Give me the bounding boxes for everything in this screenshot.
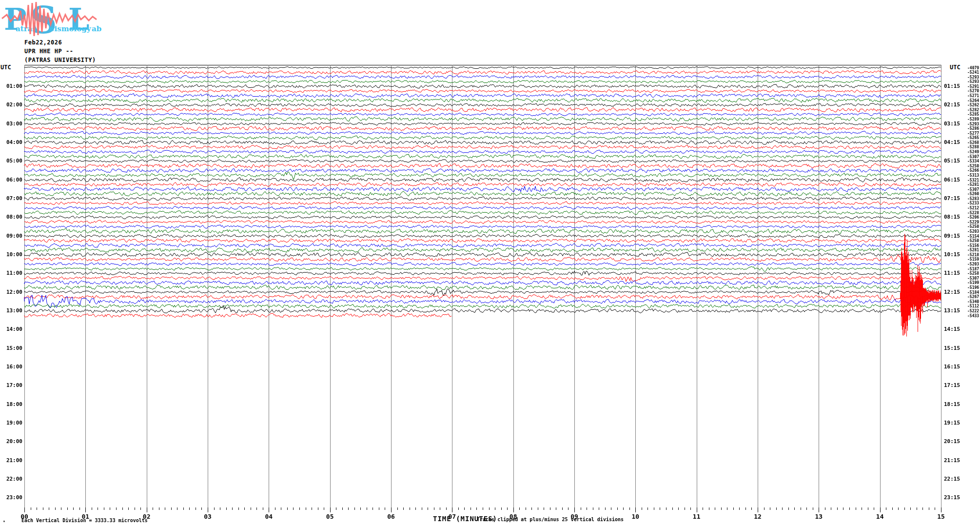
hour-label-right: 22:15 xyxy=(944,476,960,482)
x-minor-tick xyxy=(140,507,141,510)
x-minor-tick xyxy=(312,507,312,510)
trace-value: -5271 xyxy=(967,94,979,98)
x-minor-tick xyxy=(37,507,37,510)
hour-label-left: 03:00 xyxy=(0,121,22,127)
x-tick-label: 06 xyxy=(381,513,401,520)
x-minor-tick xyxy=(79,507,80,510)
x-major-tick xyxy=(391,507,392,512)
x-minor-tick xyxy=(128,507,129,510)
x-minor-tick xyxy=(165,507,165,510)
x-minor-tick xyxy=(782,507,783,510)
hour-label-left: 06:00 xyxy=(0,177,22,183)
x-major-tick xyxy=(452,507,452,512)
x-minor-tick xyxy=(831,507,831,510)
x-minor-tick xyxy=(538,507,538,510)
trace-value: -5250 xyxy=(967,224,979,229)
x-minor-tick xyxy=(104,507,104,510)
x-minor-tick xyxy=(422,507,422,510)
trace-value: -5307 xyxy=(967,155,979,159)
micro-mark: ₘ xyxy=(3,519,5,523)
x-minor-tick xyxy=(348,507,349,510)
trace-value: -5281 xyxy=(967,182,979,187)
x-minor-tick xyxy=(886,507,886,510)
trace-value: -5199 xyxy=(967,281,979,285)
hour-label-right: 08:15 xyxy=(944,214,960,220)
hour-label-right: 16:15 xyxy=(944,364,960,370)
hour-label-left: 05:00 xyxy=(0,158,22,164)
trace-value: -5277 xyxy=(967,131,979,136)
trace-value: -5218 xyxy=(967,253,979,257)
trace-value: -5250 xyxy=(967,164,979,168)
trace-value: -5313 xyxy=(967,173,979,178)
hour-label-left: 08:00 xyxy=(0,214,22,220)
x-minor-tick xyxy=(922,507,923,510)
x-minor-tick xyxy=(721,507,722,510)
x-minor-tick xyxy=(672,507,673,510)
trace-value: -5184 xyxy=(967,290,979,295)
hour-label-right: 09:15 xyxy=(944,233,960,239)
x-minor-tick xyxy=(281,507,281,510)
x-minor-tick xyxy=(446,507,447,510)
x-minor-tick xyxy=(67,507,68,510)
trace-value: -5260 xyxy=(967,192,979,196)
trace-value: -5159 xyxy=(967,257,979,262)
trace-canvas xyxy=(0,0,980,527)
x-minor-tick xyxy=(642,507,642,510)
x-minor-tick xyxy=(825,507,825,510)
x-minor-tick xyxy=(599,507,599,510)
trace-value: -5291 xyxy=(967,84,979,89)
x-minor-tick xyxy=(226,507,227,510)
x-minor-tick xyxy=(629,507,630,510)
hour-label-right: 10:15 xyxy=(944,251,960,258)
x-minor-tick xyxy=(727,507,727,510)
x-minor-tick xyxy=(910,507,911,510)
x-minor-tick xyxy=(159,507,159,510)
hour-label-right: 11:15 xyxy=(944,270,960,276)
trace-value: -5270 xyxy=(967,89,979,93)
x-minor-tick xyxy=(849,507,850,510)
trace-value: -5321 xyxy=(967,178,979,182)
trace-value: -5293 xyxy=(967,122,979,126)
hour-label-right: 19:15 xyxy=(944,420,960,426)
x-minor-tick xyxy=(92,507,92,510)
x-minor-tick xyxy=(238,507,239,510)
x-tick-label: 05 xyxy=(320,513,340,520)
scale-note: Each Vertical Division = 3333.33 microvo… xyxy=(21,518,148,523)
trace-value: -5228 xyxy=(967,211,979,215)
trace-value: -5187 xyxy=(967,267,979,271)
x-minor-tick xyxy=(299,507,300,510)
x-minor-tick xyxy=(483,507,483,510)
x-tick-label: 15 xyxy=(931,513,951,520)
trace-value: -5281 xyxy=(967,248,979,252)
trace-value: -5154 xyxy=(967,234,979,239)
hour-label-right: 04:15 xyxy=(944,139,960,145)
x-minor-tick xyxy=(715,507,715,510)
x-tick-label: 04 xyxy=(259,513,278,520)
x-minor-tick xyxy=(360,507,361,510)
x-minor-tick xyxy=(904,507,905,510)
x-minor-tick xyxy=(837,507,838,510)
x-major-tick xyxy=(758,507,758,512)
clip-note: Traces clipped at plus/minus 25 vertical… xyxy=(477,517,624,522)
hour-label-right: 02:15 xyxy=(944,101,960,108)
x-major-tick xyxy=(85,507,86,512)
x-minor-tick xyxy=(685,507,685,510)
x-minor-tick xyxy=(666,507,666,510)
x-minor-tick xyxy=(813,507,813,510)
x-major-tick xyxy=(697,507,697,512)
x-tick-label: 13 xyxy=(809,513,828,520)
x-minor-tick xyxy=(342,507,343,510)
x-minor-tick xyxy=(379,507,379,510)
trace-value: -5433 xyxy=(967,314,979,318)
x-minor-tick xyxy=(550,507,550,510)
x-minor-tick xyxy=(251,507,251,510)
x-minor-tick xyxy=(654,507,654,510)
x-minor-tick xyxy=(526,507,526,510)
x-minor-tick xyxy=(275,507,275,510)
hour-label-left: 11:00 xyxy=(0,270,22,276)
x-minor-tick xyxy=(110,507,110,510)
x-minor-tick xyxy=(428,507,428,510)
x-minor-tick xyxy=(196,507,196,510)
x-major-tick xyxy=(574,507,575,512)
x-minor-tick xyxy=(495,507,495,510)
